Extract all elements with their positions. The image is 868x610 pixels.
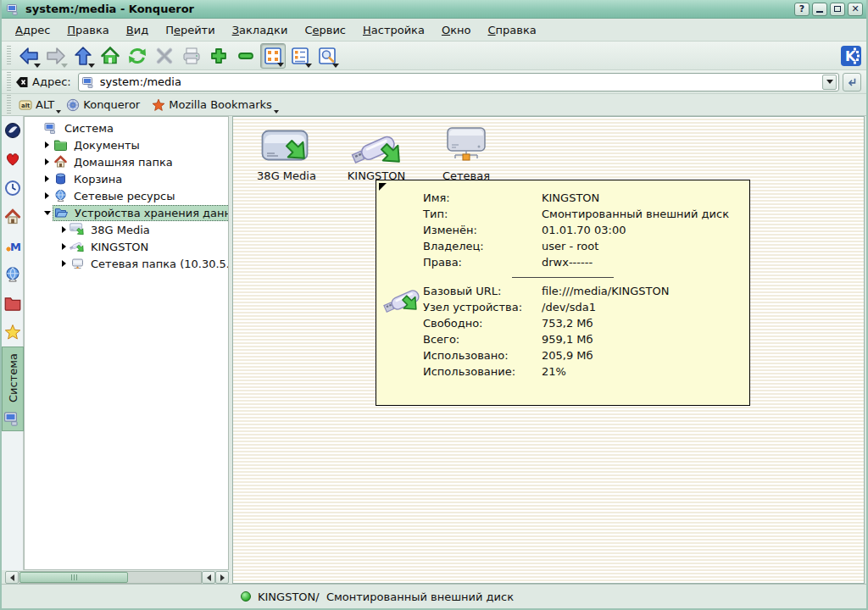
back-button[interactable] — [16, 43, 42, 69]
clear-location-icon[interactable] — [15, 75, 29, 89]
scrollbar-track[interactable] — [19, 571, 202, 584]
menu-item-bookmarks[interactable]: Закладки — [224, 21, 297, 39]
zoom-out-button[interactable] — [233, 43, 259, 69]
address-combo[interactable] — [78, 73, 839, 92]
menu-item-settings[interactable]: Настройка — [354, 21, 433, 39]
file-icon-kingston[interactable]: KINGSTON — [331, 124, 421, 182]
minimize-button[interactable] — [812, 3, 827, 16]
address-toolbar-handle[interactable] — [7, 72, 11, 92]
restore-icon — [834, 6, 841, 12]
menu-item-go[interactable]: Перейти — [157, 21, 224, 39]
file-view[interactable]: 38G Media KINGSTON Сетевая Имя:KINGSTON … — [232, 116, 865, 584]
sidebar-tab-home[interactable] — [2, 202, 24, 231]
expander-icon[interactable] — [42, 141, 53, 148]
sidebar-tab-system[interactable]: Система — [2, 347, 24, 431]
titlebar[interactable]: system:/media - Konqueror ? ✕ — [2, 0, 866, 19]
expander-icon[interactable] — [42, 158, 53, 165]
sidebar-tab-bookmarks[interactable] — [2, 145, 24, 174]
reload-button[interactable] — [125, 43, 150, 69]
go-enter-icon — [846, 76, 858, 88]
forward-button[interactable] — [43, 43, 69, 69]
menu-item-view[interactable]: Вид — [118, 21, 157, 39]
bookmarks-heart-icon — [4, 151, 21, 168]
expander-icon[interactable] — [58, 260, 70, 267]
icon-view-icon — [263, 46, 283, 66]
tree-item-kingston[interactable]: KINGSTON — [25, 238, 228, 255]
usb-mounted-icon — [381, 280, 427, 318]
arrow-left-icon — [207, 574, 211, 581]
close-button[interactable]: ✕ — [848, 3, 863, 16]
expander-icon[interactable] — [42, 211, 53, 215]
icon-view-button[interactable] — [260, 43, 286, 69]
sidebar-tab-metabar[interactable]: M — [2, 231, 24, 260]
restore-button[interactable] — [830, 3, 845, 16]
home-button[interactable] — [97, 43, 123, 69]
expander-icon[interactable] — [42, 192, 53, 199]
tooltip-value: /dev/sda1 — [542, 301, 596, 313]
expander-icon[interactable] — [58, 226, 70, 233]
file-icon-network[interactable]: Сетевая — [421, 124, 511, 182]
tree-item-system[interactable]: Система — [25, 119, 228, 136]
status-text: KINGSTON/ Смонтированный внешний диск — [258, 591, 514, 603]
up-button[interactable] — [70, 43, 96, 69]
detail-view-button[interactable] — [287, 43, 313, 69]
tree-item-network-folder[interactable]: Сетевая папка (10.30.5.1:/srv — [25, 255, 228, 272]
tooltip-value: drwx------ — [542, 256, 593, 269]
zoom-in-icon — [209, 46, 229, 66]
toolbar-handle[interactable] — [7, 46, 11, 66]
tree-item-network[interactable]: Сетевые ресурсы — [25, 187, 228, 204]
tooltip-separator — [512, 277, 614, 278]
back-icon — [19, 46, 39, 66]
status-led-icon — [241, 591, 251, 602]
address-input[interactable] — [100, 75, 822, 88]
tree-item-trash[interactable]: Корзина — [25, 170, 228, 187]
scrollbar-thumb[interactable] — [19, 572, 128, 583]
address-dropdown-button[interactable] — [822, 75, 837, 90]
bookmark-toolbar: alt ALT Konqueror Mozilla Bookmarks — [2, 94, 866, 116]
sidebar-tree: Система Документы Домашняя папка Корзина — [24, 116, 229, 570]
scroll-left-button-2[interactable] — [202, 571, 215, 584]
address-label: Адрес: — [32, 75, 71, 88]
bookmark-mozilla[interactable]: Mozilla Bookmarks — [148, 97, 281, 114]
print-button[interactable] — [179, 43, 204, 69]
expander-icon[interactable] — [58, 243, 70, 250]
tooltip-value: 205,9 Мб — [542, 349, 593, 362]
scroll-left-button[interactable] — [5, 571, 19, 584]
bookmark-alt[interactable]: alt ALT — [15, 97, 63, 114]
expander-icon[interactable] — [42, 175, 53, 182]
go-button[interactable] — [843, 73, 861, 92]
tooltip-key: Имя: — [423, 191, 542, 204]
tooltip-key: Использование: — [423, 365, 542, 378]
tree-item-documents[interactable]: Документы — [25, 136, 228, 153]
bookmark-toolbar-handle[interactable] — [7, 95, 11, 115]
sidebar-tab-network[interactable] — [2, 260, 24, 289]
zoom-in-button[interactable] — [206, 43, 231, 69]
minimize-icon — [816, 10, 823, 13]
window-icon — [7, 3, 20, 16]
sidebar-tab-history[interactable] — [2, 174, 24, 202]
scroll-right-button[interactable] — [215, 571, 229, 584]
history-clock-icon — [4, 180, 21, 197]
sidebar-tab-browser[interactable] — [2, 116, 24, 145]
sidebar-tab-root[interactable] — [2, 289, 24, 318]
tooltip-key: Узел устройства: — [423, 301, 542, 313]
menu-item-window[interactable]: Окно — [433, 21, 480, 39]
tooltip-key: Владелец: — [423, 240, 542, 252]
tree-item-38g-media[interactable]: 38G Media — [25, 221, 228, 238]
tree-item-storage-devices[interactable]: Устройства хранения данных — [25, 204, 228, 221]
stop-button[interactable] — [152, 43, 177, 69]
bookmark-konqueror[interactable]: Konqueror — [63, 97, 148, 114]
file-icon-38g-media[interactable]: 38G Media — [242, 124, 331, 182]
menu-item-edit[interactable]: Правка — [58, 21, 117, 39]
help-button[interactable]: ? — [794, 3, 810, 16]
menu-item-help[interactable]: Справка — [479, 21, 544, 39]
tooltip-key: Использовано: — [423, 349, 542, 362]
find-button[interactable] — [314, 43, 340, 69]
sidebar-tab-services[interactable] — [2, 318, 24, 347]
tooltip-value: 753,2 Мб — [542, 317, 593, 330]
kde-logo-icon: K — [841, 46, 861, 66]
svg-text:alt: alt — [21, 103, 31, 109]
menu-item-tools[interactable]: Сервис — [296, 21, 354, 39]
menu-item-location[interactable]: Адрес — [7, 21, 58, 39]
tree-item-home[interactable]: Домашняя папка — [25, 153, 228, 170]
